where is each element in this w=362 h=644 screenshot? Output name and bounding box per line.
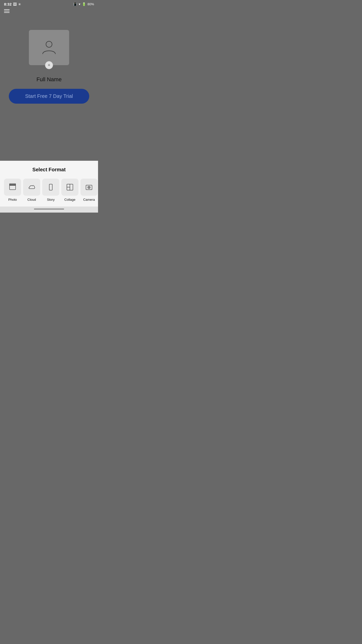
trial-button[interactable]: Start Free 7 Day Trial [9,89,89,104]
story-icon [47,183,55,191]
hamburger-line-1 [4,9,10,10]
status-time: 8:32 [4,2,12,6]
plus-icon: + [48,63,51,67]
cloud-label: Cloud [27,198,36,202]
svg-rect-1 [10,185,16,190]
battery-level: 80% [87,2,94,6]
home-indicator [0,207,98,213]
wifi-icon: ▾ [79,2,80,6]
avatar-container: + [29,30,69,65]
collage-icon-box [61,179,78,196]
add-avatar-button[interactable]: + [45,61,53,69]
format-item-story[interactable]: Story [42,179,59,202]
bottom-section: Select Format Photo Cloud [0,161,98,207]
format-item-camera[interactable]: Camera [80,179,98,202]
svg-rect-8 [86,185,92,190]
cloud-icon [28,183,36,191]
hamburger-line-3 [4,12,10,13]
collage-icon [66,183,74,191]
battery-icon: 🔋 [82,2,86,6]
svg-point-9 [88,186,90,189]
collage-label: Collage [64,198,75,202]
status-right: 📳 ▾ 🔋 80% [73,2,94,6]
format-grid: Photo Cloud Story [4,179,94,202]
home-bar [34,209,64,210]
gallery-icon: 🖼 [13,2,17,6]
hamburger-icon [4,9,10,13]
person-icon [40,38,58,57]
hamburger-line-2 [4,11,10,11]
vibrate-icon: 📳 [73,2,77,6]
camera-label: Camera [83,198,95,202]
pinwheel-icon: ✳ [18,2,21,6]
menu-button[interactable] [0,7,98,15]
avatar-box [29,30,69,65]
format-item-cloud[interactable]: Cloud [23,179,40,202]
camera-icon-box [80,179,98,196]
cloud-icon-box [23,179,40,196]
photo-icon [9,183,17,191]
camera-icon [85,183,93,191]
story-label: Story [47,198,55,202]
full-name-label: Full Name [36,76,62,83]
svg-rect-3 [10,184,16,185]
svg-point-0 [46,41,52,47]
format-item-photo[interactable]: Photo [4,179,21,202]
status-left: 8:32 🖼 ✳ [4,2,21,6]
main-content: + Full Name Start Free 7 Day Trial [0,15,98,161]
photo-label: Photo [8,198,17,202]
story-icon-box [42,179,59,196]
format-item-collage[interactable]: Collage [61,179,78,202]
select-format-title: Select Format [4,167,94,173]
status-bar: 8:32 🖼 ✳ 📳 ▾ 🔋 80% [0,0,98,7]
svg-point-10 [88,187,89,188]
photo-icon-box [4,179,21,196]
svg-rect-4 [49,184,52,190]
